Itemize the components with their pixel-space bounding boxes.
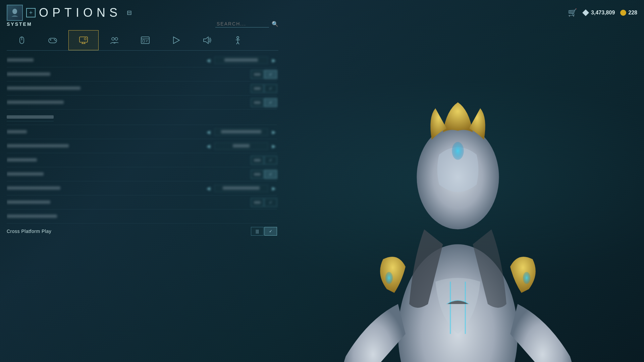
avatar[interactable] xyxy=(7,5,23,21)
setting-value-pc-type xyxy=(214,57,268,64)
setting-cross-platform: Cross Platform Play ||| ✓ xyxy=(7,224,277,239)
svg-marker-22 xyxy=(173,37,179,44)
setting-row4: ✓ xyxy=(7,96,277,110)
section-label: SYSTEM xyxy=(7,21,32,27)
toggle-on-squad-afk[interactable]: ✓ xyxy=(264,156,277,165)
search-input[interactable] xyxy=(215,20,269,27)
svg-rect-19 xyxy=(143,40,145,42)
setting-squad-afk: ✓ xyxy=(7,153,277,167)
arrow-left-region[interactable]: ◀ xyxy=(205,128,212,136)
svg-point-36 xyxy=(523,272,530,284)
top-bar-right: 🛒 3,473,809 228 xyxy=(568,8,637,17)
top-row: SYSTEM 🔍 xyxy=(7,20,278,30)
setting-control-p2p: ✓ xyxy=(251,198,277,207)
svg-point-16 xyxy=(115,38,118,40)
setting-p2p: ✓ xyxy=(7,195,277,209)
toggle-group-row2: ✓ xyxy=(251,70,277,79)
setting-pc-type: ◀ ▶ xyxy=(7,53,277,67)
toggle-on-row3[interactable]: ✓ xyxy=(264,84,277,93)
cart-icon[interactable]: 🛒 xyxy=(568,8,577,17)
character-display xyxy=(278,20,637,362)
character-area xyxy=(278,20,637,362)
toggle-on-row4[interactable]: ✓ xyxy=(264,98,277,107)
svg-point-12 xyxy=(84,38,86,40)
svg-point-24 xyxy=(237,37,239,39)
arrow-right-pc-type[interactable]: ▶ xyxy=(271,56,277,64)
setting-control-matchmaking: ◀ ▶ xyxy=(205,142,277,150)
setting-label-squad-afk-msg xyxy=(7,172,251,177)
toggle-off-squad-afk-msg[interactable] xyxy=(251,170,264,179)
setting-label-region-privacy xyxy=(7,214,277,219)
tabs-container xyxy=(7,30,278,51)
setting-label-bandwidth xyxy=(7,186,205,191)
svg-point-6 xyxy=(54,39,55,40)
toggle-off-row3[interactable] xyxy=(251,84,264,93)
setting-section1 xyxy=(7,110,277,125)
setting-bandwidth: ◀ ▶ xyxy=(7,181,277,195)
svg-point-35 xyxy=(385,272,393,284)
setting-control-bandwidth: ◀ ▶ xyxy=(205,184,277,192)
setting-label-pc-type xyxy=(7,58,205,63)
setting-control-squad-afk-msg: ✓ xyxy=(251,170,277,179)
toggle-group-p2p: ✓ xyxy=(251,198,277,207)
toggle-group-squad-afk: ✓ xyxy=(251,156,277,165)
options-icon: ⊟ xyxy=(127,9,132,16)
setting-value-region xyxy=(214,128,268,136)
toggle-on-p2p[interactable]: ✓ xyxy=(264,198,277,207)
svg-point-15 xyxy=(112,38,114,40)
tab-gameplay[interactable] xyxy=(161,30,191,50)
setting-label-matchmaking xyxy=(7,143,205,148)
platinum-icon xyxy=(582,9,589,16)
settings-panel: SYSTEM 🔍 xyxy=(7,20,278,362)
toggle-off-row2[interactable] xyxy=(251,70,264,79)
setting-control-pc-type: ◀ ▶ xyxy=(205,56,277,64)
arrow-left-pc-type[interactable]: ◀ xyxy=(205,56,212,64)
svg-point-34 xyxy=(452,142,464,160)
tab-display[interactable] xyxy=(68,30,99,50)
setting-control-row3: ✓ xyxy=(251,84,277,93)
setting-value-bandwidth xyxy=(214,185,268,192)
arrow-right-region[interactable]: ▶ xyxy=(271,128,277,136)
toggle-on-row2[interactable]: ✓ xyxy=(264,70,277,79)
setting-label-row2 xyxy=(7,72,251,77)
search-bar: 🔍 xyxy=(215,20,278,27)
setting-label-row4 xyxy=(7,100,251,105)
add-button[interactable]: + xyxy=(26,8,36,17)
toggle-off-cross-platform[interactable]: ||| xyxy=(251,227,264,236)
toggle-group-row4: ✓ xyxy=(251,98,277,107)
arrow-right-bandwidth[interactable]: ▶ xyxy=(271,184,277,192)
setting-matchmaking: ◀ ▶ xyxy=(7,139,277,153)
setting-label-row3 xyxy=(7,86,251,91)
svg-line-27 xyxy=(236,42,238,44)
section-header1 xyxy=(7,112,54,121)
toggle-off-row4[interactable] xyxy=(251,98,264,107)
tab-audio[interactable] xyxy=(192,30,222,50)
setting-label-region xyxy=(7,129,205,134)
tab-controller[interactable] xyxy=(38,30,68,50)
toggle-off-squad-afk[interactable] xyxy=(251,156,264,165)
arrow-right-matchmaking[interactable]: ▶ xyxy=(271,142,277,150)
setting-squad-afk-msg: ✓ xyxy=(7,167,277,181)
tab-mouse[interactable] xyxy=(7,30,37,50)
setting-region-privacy xyxy=(7,209,277,224)
arrow-left-matchmaking[interactable]: ◀ xyxy=(205,142,212,150)
svg-line-28 xyxy=(238,42,239,44)
top-bar-left: + OPTIONS ⊟ xyxy=(7,5,132,21)
credit-icon xyxy=(620,10,626,16)
settings-list: ◀ ▶ xyxy=(7,53,278,362)
page-title: OPTIONS xyxy=(39,6,121,20)
setting-label-p2p xyxy=(7,200,251,205)
toggle-on-squad-afk-msg[interactable]: ✓ xyxy=(264,170,277,179)
toggle-on-cross-platform[interactable]: ✓ xyxy=(264,227,277,236)
content-area: SYSTEM 🔍 xyxy=(0,20,644,362)
toggle-off-p2p[interactable] xyxy=(251,198,264,207)
tab-interface[interactable] xyxy=(130,30,160,50)
top-bar: + OPTIONS ⊟ 🛒 3,473,809 228 xyxy=(0,0,644,21)
arrow-left-bandwidth[interactable]: ◀ xyxy=(205,184,212,192)
tab-social[interactable] xyxy=(99,30,129,50)
toggle-group-row3: ✓ xyxy=(251,84,277,93)
setting-label-squad-afk xyxy=(7,158,251,163)
tab-accessibility[interactable] xyxy=(223,30,253,50)
setting-control-row4: ✓ xyxy=(251,98,277,107)
svg-marker-23 xyxy=(204,37,208,44)
